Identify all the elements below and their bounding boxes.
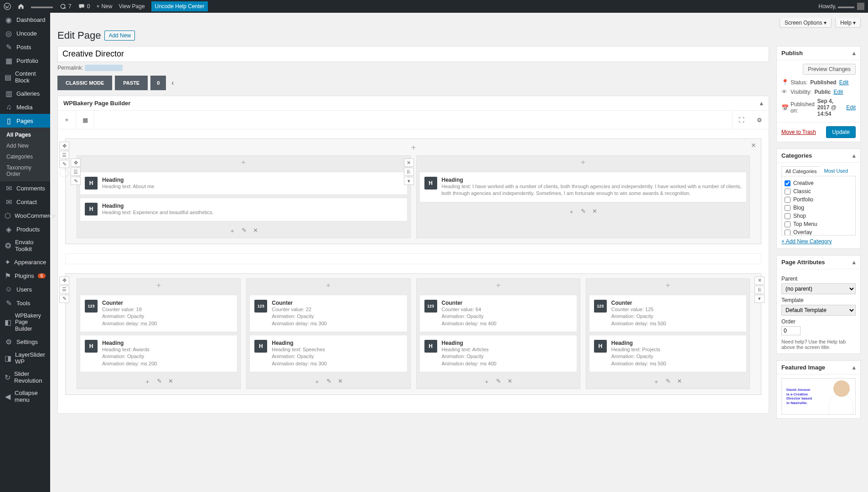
delete-icon[interactable]: ✕ <box>168 378 173 386</box>
sidebar-item-envato[interactable]: ❂Envato Toolkit <box>0 236 50 255</box>
sidebar-item-contact[interactable]: ✉Contact <box>0 195 50 209</box>
category-item[interactable]: Creative <box>785 179 852 187</box>
template-select[interactable]: Default Template <box>781 305 856 316</box>
add-icon[interactable]: ＋ <box>484 378 490 386</box>
toggle-icon[interactable]: ▴ <box>852 152 856 159</box>
sidebar-item-uncode[interactable]: ◎Uncode <box>0 26 50 40</box>
sidebar-item-slider-revolution[interactable]: ↻Slider Revolution <box>0 368 50 387</box>
sidebar-sub-categories[interactable]: Categories <box>0 151 50 162</box>
tab-most-used[interactable]: Most Used <box>820 166 852 176</box>
add-new-button[interactable]: Add New <box>104 31 135 41</box>
col-clone-icon[interactable]: ⎘ <box>404 168 414 176</box>
revision-button[interactable]: 0 <box>150 76 166 90</box>
builder-spacer[interactable] <box>65 253 761 264</box>
element-counter[interactable]: 123CounterCounter value: 22Animation: Op… <box>249 295 407 332</box>
sidebar-sub-all-pages[interactable]: All Pages <box>0 129 50 140</box>
permalink-url[interactable] <box>85 65 123 71</box>
row-close-icon[interactable]: ✕ <box>754 277 765 285</box>
add-icon[interactable]: ＋ <box>145 378 150 386</box>
sidebar-item-layerslider[interactable]: ◨LayerSlider WP <box>0 348 50 368</box>
delete-icon[interactable]: ✕ <box>253 227 258 235</box>
sidebar-item-plugins[interactable]: ⚑Plugins 6 <box>0 269 50 282</box>
delete-icon[interactable]: ✕ <box>677 378 682 386</box>
edit-icon[interactable]: ✎ <box>581 208 586 216</box>
add-icon[interactable]: ＋ <box>653 378 659 386</box>
row-add-button[interactable]: ＋✕ <box>66 139 761 155</box>
sidebar-item-appearance[interactable]: ✦Appearance <box>0 255 50 269</box>
screen-options-button[interactable]: Screen Options ▾ <box>780 18 832 28</box>
add-icon[interactable]: ＋ <box>568 208 574 216</box>
new-button[interactable]: + New <box>96 3 112 10</box>
home-icon[interactable] <box>17 3 25 10</box>
edit-icon[interactable]: ✎ <box>326 378 331 386</box>
add-new-category-link[interactable]: + Add New Category <box>781 238 832 245</box>
fullscreen-button[interactable]: ⛶ <box>732 111 750 129</box>
sidebar-item-users[interactable]: ☺Users <box>0 282 50 296</box>
element-heading[interactable]: H HeadingHeading text: I have worked wit… <box>419 172 747 202</box>
edit-icon[interactable]: ✎ <box>666 378 671 386</box>
edit-icon[interactable]: ✎ <box>157 378 162 386</box>
element-heading[interactable]: HHeadingHeading text: ArticlesAnimation:… <box>419 335 577 372</box>
row-edit-icon[interactable]: ✎ <box>59 295 69 303</box>
sidebar-item-content-block[interactable]: ▤Content Block <box>0 67 50 87</box>
col-more-icon[interactable]: ▾ <box>404 177 414 185</box>
col-add-button[interactable]: ＋ <box>77 279 240 292</box>
col-move-icon[interactable]: ✥ <box>71 159 81 167</box>
sidebar-item-dashboard[interactable]: ◉Dashboard <box>0 13 50 26</box>
element-counter[interactable]: 123CounterCounter value: 125Animation: O… <box>589 295 747 332</box>
col-close-icon[interactable]: ✕ <box>404 159 414 167</box>
col-add-button[interactable]: ＋ <box>586 279 749 292</box>
category-item[interactable]: Blog <box>785 204 852 212</box>
toggle-icon[interactable]: ▴ <box>852 50 856 56</box>
toggle-icon[interactable]: ▴ <box>852 259 856 266</box>
comments-icon[interactable]: 0 <box>78 3 90 10</box>
chevron-left-icon[interactable]: ‹ <box>169 79 176 87</box>
sidebar-item-posts[interactable]: ✎Posts <box>0 40 50 54</box>
col-add-button[interactable]: ＋ <box>417 279 580 292</box>
col-edit-icon[interactable]: ✎ <box>71 177 81 185</box>
post-title-input[interactable] <box>57 46 769 62</box>
help-button[interactable]: Help ▾ <box>835 18 861 28</box>
site-name[interactable]: ▬▬▬▬ <box>31 3 53 10</box>
move-to-trash-link[interactable]: Move to Trash <box>781 129 816 135</box>
featured-image[interactable]: David Jonson is a Creative Director base… <box>781 378 856 415</box>
element-counter[interactable]: 123CounterCounter value: 18Animation: Op… <box>80 295 238 332</box>
row-clone-icon[interactable]: ⎘ <box>754 286 765 294</box>
row-edit-icon[interactable]: ✎ <box>59 160 69 168</box>
preview-changes-button[interactable]: Preview Changes <box>803 64 856 75</box>
sidebar-item-portfolio[interactable]: ▦Portfolio <box>0 54 50 67</box>
row-color-icon[interactable] <box>59 169 69 177</box>
panel-toggle-icon[interactable]: ▴ <box>760 100 763 107</box>
update-button[interactable]: Update <box>826 126 856 138</box>
add-element-button[interactable]: ＋ <box>58 111 76 129</box>
sidebar-sub-add-new[interactable]: Add New <box>0 140 50 151</box>
add-icon[interactable]: ＋ <box>229 227 235 235</box>
sidebar-item-media[interactable]: ♫Media <box>0 100 50 114</box>
sidebar-item-galleries[interactable]: ▥Galleries <box>0 87 50 100</box>
sidebar-item-tools[interactable]: ✎Tools <box>0 296 50 310</box>
view-page-link[interactable]: View Page <box>119 3 145 10</box>
categories-list[interactable]: Creative Classic Portfolio Blog Shop Top… <box>781 176 856 236</box>
sidebar-item-wpbakery[interactable]: ◧WPBakery Page Builder <box>0 310 50 335</box>
category-item[interactable]: Classic <box>785 187 852 195</box>
edit-visibility-link[interactable]: Edit <box>833 89 843 95</box>
paste-button[interactable]: PASTE <box>115 76 148 90</box>
user-avatar[interactable] <box>857 3 864 10</box>
element-heading[interactable]: H HeadingHeading text: Experience and be… <box>80 198 408 221</box>
help-center-link[interactable]: Uncode Help Center <box>151 1 208 11</box>
sidebar-sub-taxonomy[interactable]: Taxonomy Order <box>0 162 50 179</box>
delete-icon[interactable]: ✕ <box>592 208 597 216</box>
element-counter[interactable]: 123CounterCounter value: 64Animation: Op… <box>419 295 577 332</box>
col-layout-icon[interactable]: ☰ <box>71 168 81 176</box>
sidebar-item-pages[interactable]: ▯Pages <box>0 114 50 128</box>
sidebar-item-collapse[interactable]: ◀Collapse menu <box>0 387 50 406</box>
add-icon[interactable]: ＋ <box>314 378 320 386</box>
delete-icon[interactable]: ✕ <box>507 378 512 386</box>
col-add-button[interactable]: ＋ <box>247 279 410 292</box>
col-add-button[interactable]: ＋ <box>417 156 750 169</box>
tab-all-categories[interactable]: All Categories <box>781 166 821 176</box>
parent-select[interactable]: (no parent) <box>781 283 856 294</box>
settings-button[interactable]: ⚙ <box>750 111 769 129</box>
col-add-button[interactable]: ＋ <box>77 156 410 169</box>
sidebar-item-settings[interactable]: ⚙Settings <box>0 335 50 348</box>
